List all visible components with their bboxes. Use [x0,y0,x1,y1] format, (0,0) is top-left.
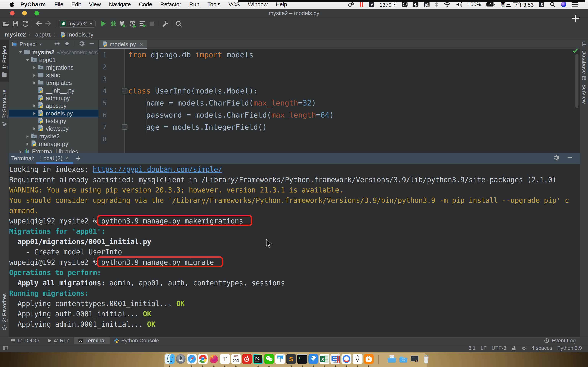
sidebar-item-sciview[interactable]: SciView [580,75,588,104]
tree-collapsed-arrow-icon[interactable] [24,142,31,146]
sidebar-item-project[interactable]: 1: Project [0,40,9,82]
tree-collapsed-arrow-icon[interactable] [24,134,31,139]
dock-finder-icon[interactable] [164,354,175,365]
stop-button[interactable] [148,20,155,27]
tree-collapsed-arrow-icon[interactable] [31,81,38,85]
fold-marker-icon[interactable]: – [122,88,128,93]
dock-firefox-icon[interactable] [209,354,220,365]
menu-app-name[interactable]: PyCharm [16,1,50,8]
dock-netease-music-icon[interactable] [242,354,253,365]
menu-help[interactable]: Help [272,1,291,8]
dock-parallels-icon[interactable] [330,354,341,365]
menu-file[interactable]: File [50,1,67,8]
tree-item-mysite2[interactable]: mysite2 [9,133,99,140]
recording-pause-icon[interactable] [360,1,363,7]
toolbar-item-python-console[interactable]: Python Console [110,337,163,344]
menu-window[interactable]: Window [244,1,272,8]
tab-models-py[interactable]: models.py × [99,40,147,49]
tree-collapsed-arrow-icon[interactable] [31,66,38,70]
terminal-tab-local2[interactable]: Local (2) × [38,153,70,164]
editor-scrollbar[interactable] [575,54,579,108]
dictation-mic-icon[interactable] [413,1,419,7]
tree-item-admin-py[interactable]: admin.py [9,94,99,102]
tree-expanded-arrow-icon[interactable] [24,58,31,62]
menu-refactor[interactable]: Refactor [156,1,185,8]
dock-sublime-icon[interactable]: S [286,354,297,365]
dock-baidu-netdisk-icon[interactable] [341,354,352,365]
code-line[interactable]: age = models.IntegerField() [128,121,267,133]
dock-typora-icon[interactable]: T [220,354,231,365]
search-everywhere-button[interactable] [175,20,182,27]
volume-icon[interactable] [456,1,462,7]
breadcrumb-mysite2[interactable]: mysite2 [5,31,26,38]
dock-folder-docs-icon[interactable] [387,354,398,365]
close-terminal-tab-icon[interactable]: × [65,155,68,161]
siri-icon[interactable] [561,1,567,8]
debug-button[interactable] [110,20,117,27]
netdisk-icon[interactable] [348,2,355,7]
profiler-button[interactable] [129,20,137,27]
tree-collapsed-arrow-icon[interactable] [31,111,38,116]
hector-inspector-icon[interactable] [521,345,527,351]
file-encoding[interactable]: UTF-8 [492,345,506,351]
navigate-forward-button[interactable] [45,20,52,27]
spotlight-icon[interactable] [550,1,555,7]
run-with-coverage-button[interactable] [119,20,126,27]
toolbar-item--todo[interactable]: 6: TODO [6,337,43,344]
indent-setting[interactable]: 4 spaces [532,345,552,351]
editor-area[interactable]: models.py × 12345678–– from django.db im… [99,40,580,153]
dock-excel-icon[interactable]: X [320,354,330,365]
tree-collapsed-arrow-icon[interactable] [17,150,24,153]
hide-terminal-icon[interactable] [567,155,573,162]
dock-doc-sublime-icon[interactable]: </>S [410,354,420,365]
menubar-text-10[interactable]: 100% [467,1,481,8]
locate-file-icon[interactable] [54,41,60,48]
dock-sketch-pen-icon[interactable] [353,354,363,365]
terminal-settings-gear-icon[interactable] [553,155,559,162]
menu-code[interactable]: Code [135,1,156,8]
breadcrumb-app01[interactable]: app01 [35,31,51,38]
code-line[interactable]: password = models.CharField(max_length=6… [128,109,334,121]
battery-icon[interactable] [486,2,495,7]
toolwindow-toggle-icon[interactable] [0,345,9,351]
settings-wrench-button[interactable] [162,20,169,27]
tree-collapsed-arrow-icon[interactable] [31,104,38,108]
sidebar-item-database[interactable]: Database [580,41,588,74]
control-center-icon[interactable] [572,2,579,7]
menu-edit[interactable]: Edit [67,1,85,8]
tree-item-models-py[interactable]: models.py [9,110,99,117]
dock-trash-icon[interactable] [421,354,432,365]
collapse-all-icon[interactable] [64,41,70,48]
new-terminal-session-icon[interactable]: + [76,154,80,163]
code-line[interactable]: class UserInfo(models.Model): [128,85,258,97]
lock-icon[interactable] [511,345,516,351]
run-manage-py-task-button[interactable] [139,20,147,27]
dock-calendar-icon[interactable]: 11月24 [231,354,242,365]
sidebar-item-favorites[interactable]: 2: Favorites [0,291,9,334]
menu-tools[interactable]: Tools [203,1,225,8]
tree-item-migrations[interactable]: migrations [9,64,99,72]
dock-launchpad-icon[interactable] [176,354,186,365]
dock-iterm-icon[interactable]: $_ [297,354,308,365]
menu-vcs[interactable]: VCS [225,1,244,8]
sync-button[interactable] [22,20,29,27]
fold-marker-icon[interactable]: – [122,124,128,130]
dock-folder-windows-icon[interactable] [398,354,409,365]
dock-safari-icon[interactable] [187,354,198,365]
menu-run[interactable]: Run [185,1,203,8]
tree-item-views-py[interactable]: views.py [9,125,99,133]
tree-collapsed-arrow-icon[interactable] [31,127,38,131]
code-line[interactable]: from django.db import models [128,49,253,61]
run-configuration-select[interactable]: djmysite2 [59,20,95,27]
menu-view[interactable]: View [85,1,105,8]
bluetooth-icon[interactable] [435,1,439,7]
close-tab-icon[interactable]: × [138,41,143,48]
tree-item-mysite2[interactable]: mysite2~/PycharmProjects/gx [9,49,99,56]
apple-menu-icon[interactable] [7,1,16,7]
code-line[interactable]: name = models.CharField(max_length=32) [128,97,316,109]
window-title-bar[interactable]: mysite2 – models.py [0,9,588,17]
tree-item-manage-py[interactable]: manage.py [9,140,99,148]
dock-dingtalk-icon[interactable] [308,354,319,365]
dock-wechat-icon[interactable] [264,354,275,365]
inspections-ok-icon[interactable] [572,48,578,54]
